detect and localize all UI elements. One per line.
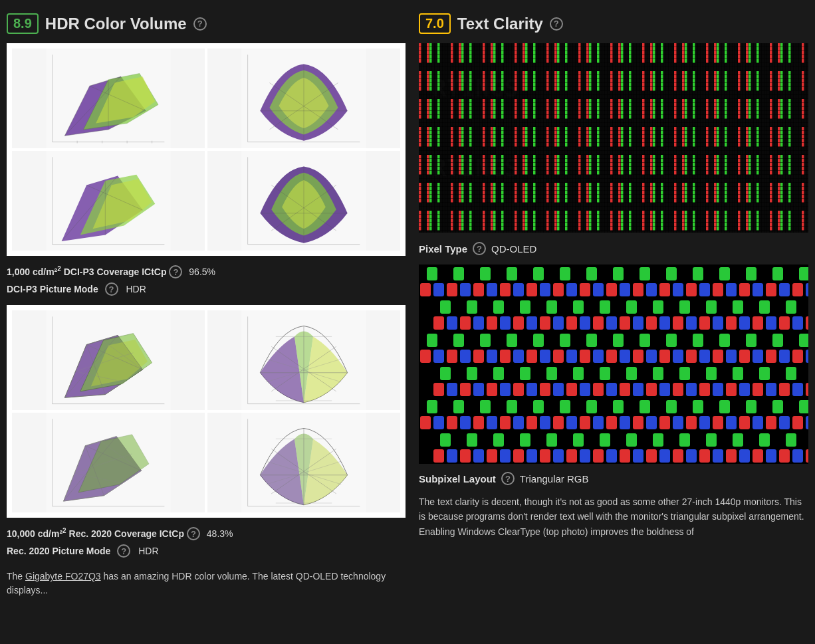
hdr-section-title: HDR Color Volume [45, 15, 187, 33]
picture-mode-row-2: Rec. 2020 Picture Mode ? HDR [7, 544, 406, 558]
picture-mode-help-2[interactable]: ? [117, 544, 130, 558]
gamut-cell2-br [207, 413, 400, 512]
gamut-cell-tr [207, 49, 400, 148]
subpixel-label: Subpixel Layout [419, 473, 496, 484]
coverage-label-2: 10,000 cd/m²2 Rec. 2020 Coverage ICtCp [7, 528, 187, 539]
picture-mode-row-1: DCI-P3 Picture Mode ? HDR [7, 282, 406, 296]
picture-mode-value-2: HDR [138, 546, 158, 556]
pixel-type-row: Pixel Type ? QD-OLED [419, 242, 808, 255]
clarity-help-icon[interactable]: ? [550, 17, 563, 31]
hdr-help-icon[interactable]: ? [193, 17, 207, 31]
coverage-row-1: 1,000 cd/m²2 DCI-P3 Coverage ICtCp ? 96.… [7, 265, 406, 278]
text-clarity-canvas [419, 43, 808, 233]
gamut-svg2-tl [12, 310, 205, 410]
text-clarity-image [419, 43, 808, 233]
hdr-gamut-grid-2 [7, 305, 406, 518]
coverage-value-2: 48.3% [207, 528, 233, 539]
coverage-help-2[interactable]: ? [187, 527, 200, 540]
gamut-svg2-tr [207, 310, 400, 410]
clarity-description: The text clarity is decent, though it's … [419, 494, 808, 539]
gamut-cell-bl [12, 151, 205, 251]
gamut-cell2-bl [12, 413, 205, 512]
hdr-description: The Gigabyte FO27Q3 has an amazing HDR c… [7, 570, 406, 597]
pixel-type-label: Pixel Type [419, 243, 467, 255]
gamut-svg-bl [12, 151, 205, 251]
gamut-svg-tl [12, 49, 205, 148]
gamut-svg2-bl [12, 413, 205, 512]
gamut-svg-tr [207, 49, 400, 148]
left-column: 8.9 HDR Color Volume ? [7, 13, 406, 597]
picture-mode-help-1[interactable]: ? [105, 282, 118, 296]
hdr-score-badge: 8.9 [7, 13, 39, 34]
clarity-section-title: Text Clarity [457, 15, 543, 33]
coverage-value-1: 96.5% [189, 267, 215, 277]
subpixel-help-icon[interactable]: ? [501, 472, 515, 485]
picture-mode-value-1: HDR [126, 284, 146, 294]
subpixel-row: Subpixel Layout ? Triangular RGB [419, 472, 808, 485]
product-link[interactable]: Gigabyte FO27Q3 [25, 571, 101, 582]
subpixel-canvas [419, 265, 808, 464]
coverage-label-1: 1,000 cd/m²2 DCI-P3 Coverage ICtCp [7, 267, 169, 277]
gamut-svg-br [207, 151, 400, 251]
gamut-cell2-tl [12, 310, 205, 410]
picture-mode-label-2: Rec. 2020 Picture Mode [7, 546, 110, 556]
subpixel-image [419, 265, 808, 464]
coverage-help-1[interactable]: ? [169, 265, 182, 278]
main-container: 8.9 HDR Color Volume ? [0, 0, 815, 611]
subpixel-value: Triangular RGB [520, 473, 589, 484]
coverage-row-2: 10,000 cd/m²2 Rec. 2020 Coverage ICtCp ?… [7, 527, 406, 540]
gamut-cell-tl [12, 49, 205, 148]
right-column: 7.0 Text Clarity ? Pixel Type ? QD-OLED … [419, 13, 808, 597]
picture-mode-label-1: DCI-P3 Picture Mode [7, 284, 98, 294]
hdr-section-header: 8.9 HDR Color Volume ? [7, 13, 406, 34]
clarity-section-header: 7.0 Text Clarity ? [419, 13, 808, 34]
gamut-cell-br [207, 151, 400, 251]
pixel-type-value: QD-OLED [491, 243, 536, 255]
pixel-type-help-icon[interactable]: ? [473, 242, 486, 255]
gamut-svg2-br [207, 413, 400, 512]
gamut-cell2-tr [207, 310, 400, 410]
clarity-score-badge: 7.0 [419, 13, 451, 34]
hdr-gamut-grid-1 [7, 43, 406, 256]
